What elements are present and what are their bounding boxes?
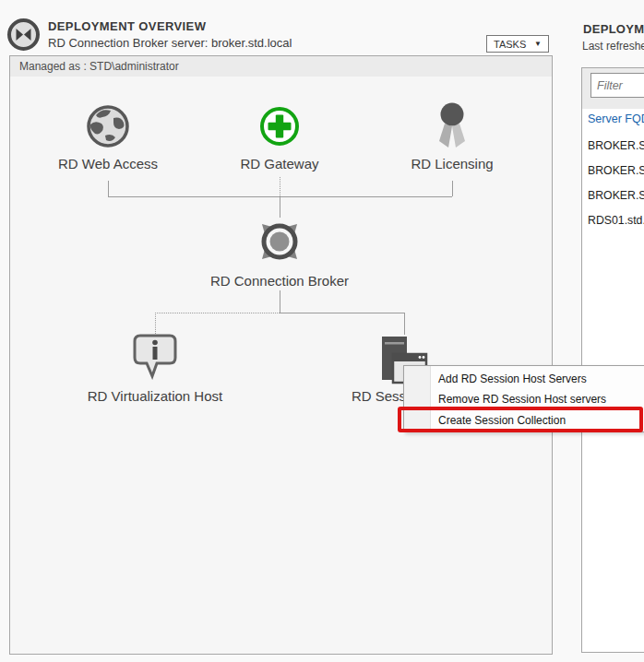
connector-virtualization-down [155,313,156,334]
info-bubble-icon[interactable] [131,332,179,384]
server-row[interactable]: RDS01.std.local [588,214,644,227]
column-header-server-fqdn[interactable]: Server FQDN [588,112,644,125]
connector-broker-down [280,290,280,313]
node-label-broker[interactable]: RD Connection Broker [178,273,381,289]
servers-panel [581,67,644,653]
tasks-button[interactable]: TASKS ▼ [486,35,549,53]
session-host-context-menu: Add RD Session Host Servers Remove RD Se… [403,365,644,432]
node-label-virtualization[interactable]: RD Virtualization Host [54,388,256,404]
broker-icon[interactable] [256,218,304,269]
page-title: DEPLOYMENT OVERVIEW [48,19,206,33]
menu-item-create-session-collection[interactable]: Create Session Collection [404,410,644,431]
tasks-button-label: TASKS [494,39,526,50]
deployment-overview-screen: DEPLOYMENT OVERVIEW RD Connection Broker… [0,0,644,662]
green-plus-icon[interactable] [259,106,300,150]
connector-to-broker [280,197,280,218]
connector-gateway-down [280,177,280,196]
connector-sessionhost-down [404,313,405,335]
filter-input[interactable] [590,73,644,98]
page-subtitle: RD Connection Broker server: broker.std.… [48,36,292,50]
managed-as-bar: Managed as : STD\administrator [10,56,552,77]
servers-panel-title: DEPLOYMENT SERVERS [583,22,644,36]
connector-licensing-down [452,181,453,196]
chevron-down-icon: ▼ [534,41,542,48]
connector-bottom-left-dotted [155,313,280,313]
connector-webaccess-down [108,181,109,196]
medal-icon[interactable] [431,101,473,155]
menu-item-add-session-host[interactable]: Add RD Session Host Servers [404,369,644,389]
menu-item-remove-session-host[interactable]: Remove RD Session Host servers [404,389,644,409]
connector-bottom-right [280,313,404,313]
globe-icon[interactable] [86,104,130,152]
server-row[interactable]: BROKER.STD.LOCAL [588,139,644,152]
server-row[interactable]: BROKER.STD.LOCAL [588,189,644,202]
node-label-licensing[interactable]: RD Licensing [351,156,554,171]
rds-logo-icon [6,18,41,55]
server-row[interactable]: BROKER.STD.LOCAL [588,164,644,177]
servers-panel-refreshed: Last refreshed [582,40,644,53]
